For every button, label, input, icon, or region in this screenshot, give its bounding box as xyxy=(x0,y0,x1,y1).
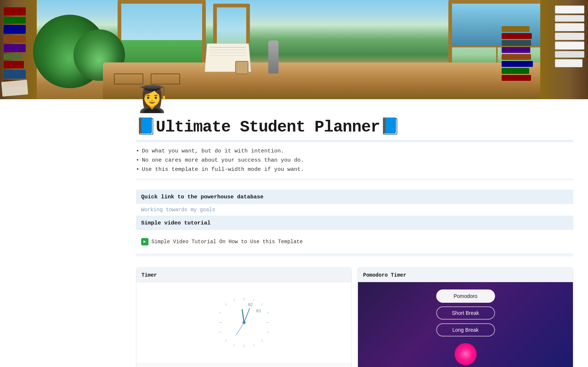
clock-svg: 02 03 xyxy=(215,293,273,352)
svg-line-19 xyxy=(244,309,250,323)
video-icon: ▶ xyxy=(141,238,148,245)
svg-text:02: 02 xyxy=(248,302,253,307)
timer-panel-content: 02 03 xyxy=(136,282,351,363)
long-break-button[interactable]: Long Break xyxy=(436,323,495,337)
database-link[interactable]: Working towards my goals xyxy=(136,207,573,213)
svg-line-9 xyxy=(234,343,235,346)
bullet-item: No one cares more about your success tha… xyxy=(136,157,573,163)
tutorial-link-text: Simple Video Tutorial On How to Use this… xyxy=(151,239,303,245)
svg-line-20 xyxy=(236,323,244,335)
timer-panel-header: Timer xyxy=(136,268,351,282)
svg-line-3 xyxy=(266,312,269,313)
bullet-list: Do what you want, but do it with intenti… xyxy=(136,148,573,173)
separator-top xyxy=(136,140,573,142)
svg-line-18 xyxy=(242,310,244,323)
lamp xyxy=(268,40,279,73)
database-section-header[interactable]: Quick link to the powerhouse database xyxy=(136,190,573,204)
tutorial-link-row[interactable]: ▶ Simple Video Tutorial On How to Use th… xyxy=(136,233,573,251)
book-stack xyxy=(502,26,533,81)
svg-line-1 xyxy=(253,299,254,302)
svg-line-10 xyxy=(225,339,227,342)
pomo-sphere xyxy=(455,343,477,365)
svg-line-14 xyxy=(225,303,227,306)
widget-columns: Timer xyxy=(136,267,573,367)
svg-text:03: 03 xyxy=(256,309,261,313)
svg-line-2 xyxy=(261,303,263,306)
svg-line-6 xyxy=(261,339,263,342)
svg-line-5 xyxy=(266,332,269,333)
bookshelf-right xyxy=(540,0,588,99)
pomodoro-widget: Pomodoro Short Break Long Break xyxy=(358,282,573,367)
pomodoro-panel-header: Pomodoro Timer xyxy=(358,268,573,282)
pomodoro-panel: Pomodoro Timer Pomodoro Short Break Long… xyxy=(358,267,573,367)
svg-point-21 xyxy=(243,321,245,324)
page-title: 📘Ultimate Student Planner📘 xyxy=(136,116,573,136)
tutorial-section-header[interactable]: Simple video tutorial xyxy=(136,216,573,230)
separator-mid xyxy=(136,179,573,180)
clock-widget: 02 03 xyxy=(136,282,351,363)
svg-line-15 xyxy=(234,299,235,302)
database-header-text: Quick link to the powerhouse database xyxy=(141,194,263,200)
avatar: 👩‍🎓 xyxy=(136,85,168,113)
separator-bottom xyxy=(136,253,573,256)
timer-header-text: Timer xyxy=(141,272,157,278)
bullet-item: Do what you want, but do it with intenti… xyxy=(136,148,573,154)
svg-line-11 xyxy=(219,332,222,333)
page-title-area: 📘Ultimate Student Planner📘 xyxy=(0,116,588,136)
bullet-item: Use this template in full-width mode if … xyxy=(136,166,573,173)
avatar-container: 👩‍🎓 xyxy=(0,86,588,112)
pomodoro-header-text: Pomodoro Timer xyxy=(363,272,406,278)
bookshelf-left xyxy=(0,0,37,99)
pomodoro-button[interactable]: Pomodoro xyxy=(436,289,495,303)
pomodoro-panel-content: Pomodoro Short Break Long Break xyxy=(358,282,573,367)
timer-panel: Timer xyxy=(136,267,352,367)
tutorial-header-text: Simple video tutorial xyxy=(141,220,211,226)
short-break-button[interactable]: Short Break xyxy=(436,306,495,320)
svg-line-7 xyxy=(253,343,254,346)
hero-banner xyxy=(0,0,588,99)
cup xyxy=(235,61,248,74)
svg-line-13 xyxy=(219,312,222,313)
